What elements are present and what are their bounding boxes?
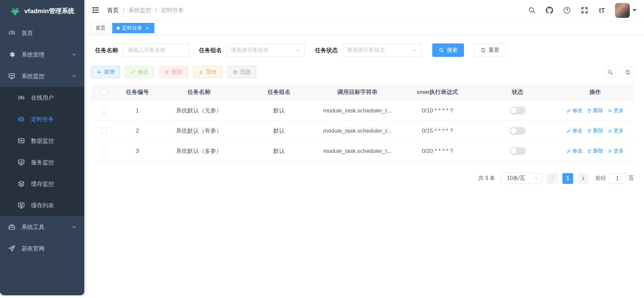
breadcrumb-home[interactable]: 首页: [107, 6, 119, 14]
row-checkbox[interactable]: [101, 108, 107, 114]
github-icon[interactable]: [545, 6, 554, 15]
page-size-select[interactable]: 10条/页: [500, 173, 542, 184]
trash-icon: [587, 149, 592, 154]
pencil-icon: [566, 129, 571, 133]
paper-plane-icon: [8, 245, 16, 252]
row-delete-link[interactable]: 删除: [587, 128, 603, 134]
search-button[interactable]: 搜索: [432, 43, 464, 57]
export-button[interactable]: 导出: [193, 66, 222, 78]
sidebar-item-label: 缓存列表: [31, 202, 77, 209]
pagination: 共 3 条 10条/页 1 前往 页: [91, 173, 634, 184]
row-checkbox[interactable]: [101, 128, 107, 134]
goto-page-input[interactable]: [609, 173, 626, 184]
toggle-search-icon[interactable]: [604, 66, 616, 78]
delete-button[interactable]: 删除: [159, 66, 188, 78]
header-cron: cron执行表达式: [396, 88, 479, 96]
breadcrumb-separator: /: [155, 7, 157, 14]
user-menu[interactable]: [615, 3, 637, 18]
sidebar-collapse-icon[interactable]: [91, 6, 100, 15]
row-more-link[interactable]: 更多: [608, 107, 624, 114]
chevron-left-icon: [550, 176, 555, 181]
sidebar-item-label: 在线用户: [31, 94, 77, 102]
log-button[interactable]: 日志: [227, 66, 256, 78]
cell-cron: 0/20 * * * * ?: [396, 148, 479, 155]
row-delete-link[interactable]: 删除: [587, 148, 603, 154]
sidebar-submenu-monitor: 在线用户 定时任务 数据监控: [0, 87, 84, 216]
job-status-select[interactable]: 请选择任务状态: [343, 43, 421, 57]
sidebar-item-label: 数据监控: [31, 137, 77, 145]
app-logo[interactable]: vfadmin管理系统: [0, 0, 84, 22]
filter-form: 任务名称 任务组名 请选择任务组名 任务状态 请选择任务状态: [95, 43, 634, 57]
tags-view-bar: 首页 定时任务: [84, 21, 644, 35]
fullscreen-icon[interactable]: [580, 6, 589, 15]
help-icon[interactable]: [562, 6, 571, 15]
table-toolbar: 新增 修改 删除 导出 日志: [91, 66, 634, 78]
sidebar-item-system-manage[interactable]: 系统管理: [0, 44, 84, 65]
header-job-group: 任务组名: [239, 88, 319, 96]
row-checkbox[interactable]: [101, 148, 107, 154]
sidebar-item-cache-monitor[interactable]: 缓存监控: [0, 173, 84, 195]
sidebar-item-label: 服务监控: [31, 159, 77, 166]
sidebar-item-cache-list[interactable]: 缓存列表: [0, 195, 84, 216]
sidebar: vfadmin管理系统 首页 系统管理: [0, 0, 84, 295]
goto-label: 前往: [595, 175, 606, 182]
page-number-1[interactable]: 1: [562, 173, 573, 184]
breadcrumb-current-page: 定时任务: [161, 6, 184, 14]
add-button[interactable]: 新增: [91, 66, 120, 78]
cell-job-name: 系统默认（多参）: [158, 147, 239, 155]
select-all-checkbox[interactable]: [101, 89, 107, 95]
sidebar-item-label: 定时任务: [31, 115, 77, 123]
sidebar-item-official-site[interactable]: 若依官网: [0, 238, 84, 259]
edit-button[interactable]: 修改: [125, 66, 154, 78]
sidebar-item-home[interactable]: 首页: [0, 22, 84, 44]
header-status: 状态: [479, 88, 556, 96]
prev-page-button[interactable]: [547, 173, 558, 184]
sidebar-item-label: 若依官网: [22, 245, 77, 253]
tag-scheduled-jobs[interactable]: 定时任务: [112, 23, 154, 33]
online-user-icon: [18, 94, 25, 101]
sidebar-item-system-monitor[interactable]: 系统监控: [0, 65, 84, 87]
refresh-table-icon[interactable]: [621, 66, 634, 78]
page-unit-label: 页: [628, 175, 634, 182]
next-page-button[interactable]: [578, 173, 589, 184]
row-edit-link[interactable]: 修改: [566, 128, 583, 134]
cell-job-id: 2: [116, 128, 158, 134]
status-toggle[interactable]: [510, 147, 526, 155]
cell-cron: 0/15 * * * * ?: [396, 128, 479, 134]
sidebar-item-label: 缓存监控: [31, 180, 77, 188]
sidebar-item-scheduled-jobs[interactable]: 定时任务: [0, 108, 84, 130]
cell-invoke-target: module_task.scheduler_t...: [319, 107, 396, 114]
job-name-input[interactable]: [123, 43, 189, 57]
row-more-link[interactable]: 更多: [608, 148, 624, 154]
app-root: vfadmin管理系统 首页 系统管理: [0, 0, 644, 298]
reset-button[interactable]: 重置: [474, 43, 506, 57]
row-edit-link[interactable]: 修改: [566, 148, 583, 154]
status-toggle[interactable]: [510, 107, 526, 114]
row-more-link[interactable]: 更多: [608, 128, 624, 134]
breadcrumb-system-monitor: 系统监控: [128, 6, 151, 14]
job-status-label: 任务状态: [315, 46, 338, 54]
sidebar-item-online-users[interactable]: 在线用户: [0, 87, 84, 108]
row-delete-link[interactable]: 删除: [587, 107, 603, 114]
job-name-label: 任务名称: [95, 46, 118, 54]
plus-icon: [96, 70, 101, 75]
cell-job-group: 默认: [239, 107, 319, 114]
navbar-actions: tT: [527, 3, 637, 18]
row-edit-link[interactable]: 修改: [566, 107, 583, 114]
cell-job-name: 系统默认（有参）: [158, 127, 239, 135]
sidebar-item-label: 系统监控: [22, 72, 65, 80]
sidebar-item-server-monitor[interactable]: 服务监控: [0, 152, 84, 173]
font-size-icon[interactable]: tT: [597, 6, 606, 15]
sidebar-item-system-tools[interactable]: 系统工具: [0, 216, 84, 238]
cell-job-group: 默认: [239, 147, 319, 155]
status-toggle[interactable]: [510, 127, 526, 135]
cell-job-group: 默认: [239, 127, 319, 135]
search-icon[interactable]: [527, 6, 536, 15]
job-group-select[interactable]: 请选择任务组名: [227, 43, 305, 57]
sidebar-item-data-monitor[interactable]: 数据监控: [0, 130, 84, 152]
pencil-icon: [566, 108, 571, 113]
tag-home[interactable]: 首页: [91, 23, 110, 33]
chevron-down-icon: [534, 176, 538, 181]
tag-close-icon[interactable]: [145, 25, 150, 31]
download-icon: [199, 70, 204, 75]
